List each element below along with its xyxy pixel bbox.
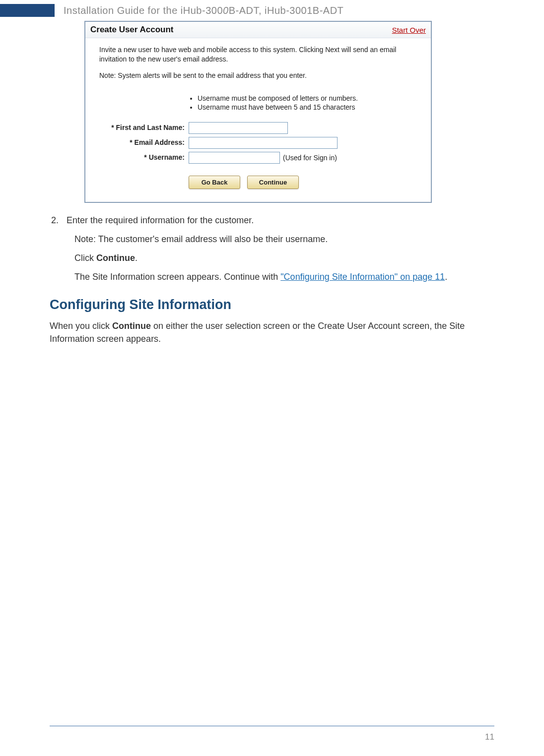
step-number: 2. xyxy=(50,214,67,227)
username-rules-list: Username must be composed of letters or … xyxy=(189,94,417,111)
result-suffix: . xyxy=(445,272,447,282)
email-label: * Email Address: xyxy=(99,138,189,147)
continue-button[interactable]: Continue xyxy=(247,176,299,189)
section-paragraph: When you click Continue on either the us… xyxy=(50,319,494,345)
username-rule-1: Username must be composed of letters or … xyxy=(198,94,417,102)
create-user-account-screenshot: Create User Account Start Over Invite a … xyxy=(84,21,432,203)
go-back-button[interactable]: Go Back xyxy=(189,176,240,189)
page-header: Installation Guide for the iHub-3000B-AD… xyxy=(0,0,544,21)
username-label: * Username: xyxy=(99,153,189,162)
click-suffix: . xyxy=(135,253,137,263)
step-click: Click Continue. xyxy=(74,252,494,264)
page-number: 11 xyxy=(485,732,494,742)
header-accent-bar xyxy=(0,4,55,17)
username-row: * Username: (Used for Sign in) xyxy=(99,152,417,164)
configuring-site-info-link[interactable]: "Configuring Site Information" on page 1… xyxy=(280,272,445,282)
section-heading: Configuring Site Information xyxy=(50,297,494,313)
footer-rule xyxy=(50,726,494,726)
step-text: Enter the required information for the c… xyxy=(67,214,494,227)
section-para-bold: Continue xyxy=(112,321,151,331)
screenshot-header: Create User Account Start Over xyxy=(85,22,431,38)
step-note: Note: The customer's email address will … xyxy=(74,233,494,246)
document-title: Installation Guide for the iHub-3000B-AD… xyxy=(64,5,343,16)
username-rule-2: Username must have between 5 and 15 char… xyxy=(198,103,417,111)
screenshot-title: Create User Account xyxy=(90,25,174,35)
screenshot-body: Invite a new user to have web and mobile… xyxy=(85,38,431,202)
username-input[interactable] xyxy=(189,152,280,164)
click-prefix: Click xyxy=(74,253,96,263)
result-prefix: The Site Information screen appears. Con… xyxy=(74,272,280,282)
username-hint: (Used for Sign in) xyxy=(283,154,337,162)
step-2: 2. Enter the required information for th… xyxy=(50,214,494,227)
instructions-block: 2. Enter the required information for th… xyxy=(50,214,494,283)
doc-title-italic: 0 xyxy=(223,5,229,16)
email-input[interactable] xyxy=(189,137,338,149)
doc-title-prefix: Installation Guide for the iHub-300 xyxy=(64,5,223,16)
name-input[interactable] xyxy=(189,122,288,134)
doc-title-suffix: B-ADT, iHub-3001B-ADT xyxy=(229,5,344,16)
intro-paragraph-2: Note: System alerts will be sent to the … xyxy=(99,71,417,80)
intro-paragraph-1: Invite a new user to have web and mobile… xyxy=(99,45,417,64)
button-row: Go Back Continue xyxy=(189,176,417,189)
click-bold: Continue xyxy=(96,253,135,263)
name-row: * First and Last Name: xyxy=(99,122,417,134)
name-label: * First and Last Name: xyxy=(99,124,189,132)
step-result: The Site Information screen appears. Con… xyxy=(74,270,494,283)
email-row: * Email Address: xyxy=(99,137,417,149)
start-over-link[interactable]: Start Over xyxy=(392,26,426,34)
section-para-prefix: When you click xyxy=(50,321,112,331)
